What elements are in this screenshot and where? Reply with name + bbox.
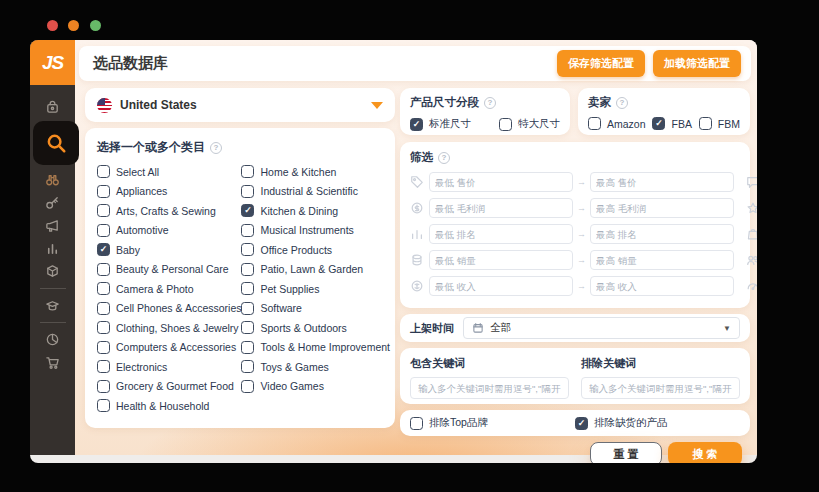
category-checkbox-kitchen-dining[interactable]: Kitchen & Dining xyxy=(241,204,390,217)
category-checkbox-health-household[interactable]: Health & Household xyxy=(97,399,241,412)
category-checkbox-pet-supplies[interactable]: Pet Supplies xyxy=(241,282,390,295)
checkbox-unchecked[interactable] xyxy=(241,165,254,178)
exclusion-checkbox-top[interactable]: 排除Top品牌 xyxy=(410,416,575,430)
exclude-keywords-input[interactable] xyxy=(581,377,740,399)
sidebar-item-cart[interactable] xyxy=(30,351,75,374)
category-checkbox-patio-lawn-garden[interactable]: Patio, Lawn & Garden xyxy=(241,263,390,276)
checkbox-unchecked[interactable] xyxy=(588,117,601,130)
marketplace-select[interactable]: United States xyxy=(85,88,395,122)
sidebar-item-keywords[interactable] xyxy=(30,191,75,214)
checkbox-unchecked[interactable] xyxy=(241,282,254,295)
checkbox-unchecked[interactable] xyxy=(241,302,254,315)
filter-min-input-6[interactable] xyxy=(429,250,573,270)
sidebar-item-opportunity-finder[interactable] xyxy=(30,168,75,191)
checkbox-unchecked[interactable] xyxy=(97,399,110,412)
category-checkbox-software[interactable]: Software xyxy=(241,302,390,315)
category-checkbox-beauty-personal-care[interactable]: Beauty & Personal Care xyxy=(97,263,241,276)
filter-max-input-6[interactable] xyxy=(590,250,734,270)
category-checkbox-computers-accessories[interactable]: Computers & Accessories xyxy=(97,341,241,354)
include-keywords-input[interactable] xyxy=(410,377,569,399)
checkbox-unchecked[interactable] xyxy=(97,302,110,315)
checkbox-unchecked[interactable] xyxy=(97,360,110,373)
reset-button[interactable]: 重 置 xyxy=(590,442,662,463)
checkbox-unchecked[interactable] xyxy=(97,185,110,198)
category-checkbox-grocery-gourmet-food[interactable]: Grocery & Gourmet Food xyxy=(97,380,241,393)
checkbox-unchecked[interactable] xyxy=(97,224,110,237)
checkbox-checked[interactable] xyxy=(97,243,110,256)
minimize-window-button[interactable] xyxy=(68,20,79,31)
size-checkbox-item-1[interactable]: 特大尺寸 xyxy=(499,117,560,131)
help-icon[interactable]: ? xyxy=(484,97,496,109)
filter-max-input-0[interactable] xyxy=(590,172,734,192)
help-icon[interactable]: ? xyxy=(616,97,628,109)
filter-max-input-4[interactable] xyxy=(590,224,734,244)
sidebar-item-analytics[interactable] xyxy=(30,237,75,260)
checkbox-unchecked[interactable] xyxy=(241,243,254,256)
checkbox-unchecked[interactable] xyxy=(97,263,110,276)
checkbox-unchecked[interactable] xyxy=(241,185,254,198)
sidebar-item-briefcase[interactable] xyxy=(30,95,75,118)
exclusion-checkbox-item-1[interactable]: 排除缺货的产品 xyxy=(575,416,740,430)
category-checkbox-video-games[interactable]: Video Games xyxy=(241,380,390,393)
category-checkbox-home-kitchen[interactable]: Home & Kitchen xyxy=(241,165,390,178)
checkbox-unchecked[interactable] xyxy=(97,380,110,393)
checkbox-unchecked[interactable] xyxy=(97,204,110,217)
category-checkbox-arts-crafts-sewing[interactable]: Arts, Crafts & Sewing xyxy=(97,204,241,217)
filter-min-input-0[interactable] xyxy=(429,172,573,192)
sidebar-item-product-tracker[interactable] xyxy=(30,260,75,283)
checkbox-unchecked[interactable] xyxy=(97,165,110,178)
seller-checkbox-amazon[interactable]: Amazon xyxy=(588,117,646,130)
filter-max-input-2[interactable] xyxy=(590,198,734,218)
category-checkbox-tools-home-improvement[interactable]: Tools & Home Improvement xyxy=(241,341,390,354)
checkbox-checked[interactable] xyxy=(652,117,665,130)
sidebar-item-product-database[interactable] xyxy=(33,121,79,165)
checkbox-unchecked[interactable] xyxy=(241,321,254,334)
checkbox-checked[interactable] xyxy=(575,417,588,430)
checkbox-unchecked[interactable] xyxy=(699,117,712,130)
category-checkbox-automotive[interactable]: Automotive xyxy=(97,224,241,237)
category-checkbox-clothing-shoes-jewelry[interactable]: Clothing, Shoes & Jewelry xyxy=(97,321,241,334)
zoom-window-button[interactable] xyxy=(90,20,101,31)
app-logo[interactable]: JS xyxy=(30,40,75,85)
help-icon[interactable]: ? xyxy=(210,142,222,154)
checkbox-unchecked[interactable] xyxy=(241,263,254,276)
save-filter-config-button[interactable]: 保存筛选配置 xyxy=(557,50,645,77)
load-filter-config-button[interactable]: 加载筛选配置 xyxy=(653,50,741,77)
help-icon[interactable]: ? xyxy=(438,152,450,164)
category-checkbox-appliances[interactable]: Appliances xyxy=(97,185,241,198)
checkbox-unchecked[interactable] xyxy=(241,360,254,373)
category-checkbox-electronics[interactable]: Electronics xyxy=(97,360,241,373)
checkbox-unchecked[interactable] xyxy=(97,341,110,354)
checkbox-unchecked[interactable] xyxy=(499,118,512,131)
category-checkbox-baby[interactable]: Baby xyxy=(97,243,241,256)
checkbox-unchecked[interactable] xyxy=(97,321,110,334)
category-checkbox-cell-phones-accessories[interactable]: Cell Phones & Accessories xyxy=(97,302,241,315)
seller-checkbox-fba[interactable]: FBA xyxy=(652,117,691,130)
category-checkbox-select-all[interactable]: Select All xyxy=(97,165,241,178)
search-button[interactable]: 搜 索 xyxy=(668,442,742,463)
filter-min-input-8[interactable] xyxy=(429,276,573,296)
filter-min-input-4[interactable] xyxy=(429,224,573,244)
sidebar-item-academy[interactable] xyxy=(30,294,75,317)
size-checkbox-item-0[interactable]: 标准尺寸 xyxy=(410,117,471,131)
seller-checkbox-fbm[interactable]: FBM xyxy=(699,117,740,130)
category-checkbox-sports-outdoors[interactable]: Sports & Outdoors xyxy=(241,321,390,334)
category-checkbox-office-products[interactable]: Office Products xyxy=(241,243,390,256)
checkbox-unchecked[interactable] xyxy=(241,224,254,237)
filter-max-input-8[interactable] xyxy=(590,276,734,296)
checkbox-unchecked[interactable] xyxy=(241,341,254,354)
category-checkbox-camera-photo[interactable]: Camera & Photo xyxy=(97,282,241,295)
listing-time-select[interactable]: 全部 ▼ xyxy=(463,317,740,339)
category-checkbox-musical-instruments[interactable]: Musical Instruments xyxy=(241,224,390,237)
sidebar-item-marketing[interactable] xyxy=(30,214,75,237)
category-checkbox-industrial-scientific[interactable]: Industrial & Scientific xyxy=(241,185,390,198)
filter-min-input-2[interactable] xyxy=(429,198,573,218)
checkbox-checked[interactable] xyxy=(410,118,423,131)
checkbox-checked[interactable] xyxy=(241,204,254,217)
close-window-button[interactable] xyxy=(47,20,58,31)
category-checkbox-toys-games[interactable]: Toys & Games xyxy=(241,360,390,373)
sidebar-item-reports[interactable] xyxy=(30,328,75,351)
checkbox-unchecked[interactable] xyxy=(97,282,110,295)
checkbox-unchecked[interactable] xyxy=(410,417,423,430)
checkbox-unchecked[interactable] xyxy=(241,380,254,393)
